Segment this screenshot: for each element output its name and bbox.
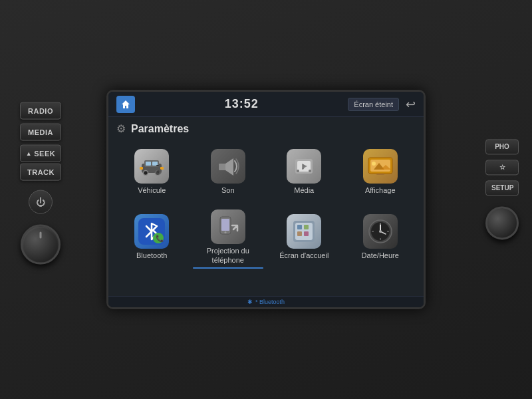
svg-point-16: [309, 170, 311, 172]
dashboard: RADIO MEDIA ▲ SEEK TRACK ⏻ 13:52: [0, 0, 532, 399]
bluetooth-indicator-text: * Bluetooth: [255, 299, 285, 305]
svg-rect-34: [297, 231, 302, 236]
bluetooth-label: Bluetooth: [136, 251, 167, 260]
screen-bezel: 13:52 Écran éteint ↩ ⚙ Paramètres: [106, 90, 426, 309]
svg-point-4: [144, 170, 148, 175]
right-controls: PHO ☆ SETUP: [485, 139, 519, 239]
projection-icon: [211, 209, 245, 244]
content-area: ⚙ Paramètres: [108, 117, 424, 296]
seek-button[interactable]: ▲ SEEK: [20, 145, 61, 162]
favorite-button[interactable]: ☆: [485, 160, 519, 175]
power-button[interactable]: ⏻: [29, 190, 53, 214]
top-right-controls: Écran éteint ↩: [348, 97, 416, 112]
accueil-label: Écran d'accueil: [279, 251, 329, 260]
svg-rect-32: [297, 225, 302, 229]
menu-item-projection[interactable]: Projection du téléphone: [193, 207, 264, 267]
track-button[interactable]: TRACK: [20, 164, 61, 181]
menu-item-affichage[interactable]: Affichage: [345, 142, 416, 201]
son-icon: [211, 149, 245, 184]
page-title-text: Paramètres: [131, 123, 189, 135]
svg-rect-33: [304, 225, 309, 229]
svg-rect-7: [160, 167, 164, 170]
media-label: Média: [294, 186, 314, 195]
son-label: Son: [221, 186, 235, 195]
right-knob[interactable]: [485, 206, 519, 239]
vehicule-icon: [134, 149, 169, 184]
svg-point-40: [379, 230, 382, 233]
bluetooth-indicator-icon: ✱: [247, 299, 253, 305]
menu-item-media[interactable]: ♪ Média: [269, 142, 340, 201]
svg-rect-35: [304, 231, 309, 236]
projection-label: Projection du téléphone: [196, 247, 261, 264]
screen-off-button[interactable]: Écran éteint: [348, 98, 399, 111]
seek-track-group: ▲ SEEK TRACK: [20, 145, 61, 181]
svg-rect-8: [156, 165, 159, 166]
vehicule-label: Véhicule: [138, 186, 166, 195]
media-button[interactable]: MEDIA: [20, 124, 61, 141]
menu-item-datetime[interactable]: Date/Heure: [345, 207, 416, 267]
bottom-bar: ✱ * Bluetooth: [108, 296, 424, 307]
gear-icon: ⚙: [116, 122, 126, 135]
clock: 13:52: [225, 97, 259, 111]
svg-text:♪: ♪: [301, 161, 306, 172]
svg-point-10: [157, 170, 160, 173]
affichage-icon: [363, 149, 398, 184]
svg-text:📞: 📞: [156, 234, 164, 243]
svg-marker-12: [225, 158, 233, 176]
svg-rect-2: [146, 162, 151, 166]
svg-point-15: [297, 170, 299, 172]
back-button[interactable]: ↩: [406, 97, 416, 112]
datetime-icon: [363, 214, 398, 249]
menu-item-bluetooth[interactable]: 📞 Bluetooth: [116, 207, 188, 267]
setup-button[interactable]: SETUP: [485, 180, 519, 196]
accueil-icon: [287, 214, 321, 249]
left-controls: RADIO MEDIA ▲ SEEK TRACK ⏻: [20, 102, 61, 265]
bluetooth-icon: 📞: [134, 214, 169, 249]
svg-rect-6: [140, 167, 143, 170]
menu-grid: Véhicule Son: [116, 142, 416, 267]
menu-item-vehicule[interactable]: Véhicule: [116, 142, 188, 201]
screen: 13:52 Écran éteint ↩ ⚙ Paramètres: [108, 92, 424, 307]
svg-rect-11: [219, 164, 225, 170]
svg-point-29: [224, 231, 226, 233]
selected-indicator: [193, 267, 264, 269]
svg-rect-23: [376, 174, 384, 175]
datetime-label: Date/Heure: [362, 251, 399, 260]
home-button[interactable]: [116, 96, 135, 113]
affichage-label: Affichage: [365, 186, 396, 195]
menu-item-son[interactable]: Son: [193, 142, 264, 201]
top-bar: 13:52 Écran éteint ↩: [108, 92, 424, 117]
svg-point-22: [372, 162, 376, 166]
volume-knob[interactable]: [21, 225, 61, 265]
media-icon: ♪: [287, 149, 321, 184]
menu-item-accueil[interactable]: Écran d'accueil: [269, 207, 340, 267]
radio-button[interactable]: RADIO: [20, 102, 61, 120]
svg-rect-28: [221, 219, 229, 231]
phone-button[interactable]: PHO: [485, 139, 519, 154]
page-title-bar: ⚙ Paramètres: [116, 122, 416, 135]
